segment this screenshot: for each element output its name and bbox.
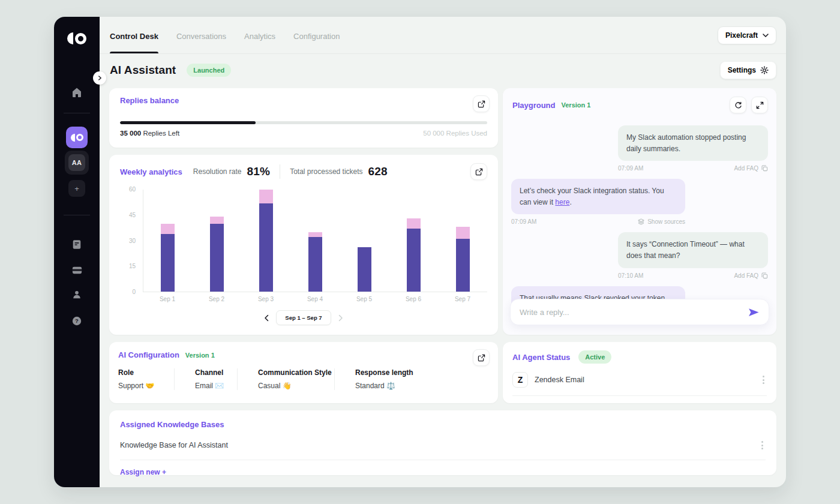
tab-analytics[interactable]: Analytics	[244, 17, 275, 53]
sidebar-divider	[64, 215, 90, 215]
external-link-icon	[478, 354, 485, 362]
expand-icon	[756, 101, 764, 109]
config-open-button[interactable]	[473, 349, 490, 366]
message-bubble: My Slack automation stopped posting dail…	[618, 125, 768, 161]
sidebar-item-help[interactable]: ?	[66, 310, 88, 332]
add-faq-button[interactable]: Add FAQ	[734, 272, 768, 279]
restart-chat-button[interactable]	[730, 97, 746, 113]
expand-playground-button[interactable]	[751, 97, 768, 113]
message-text: Let’s check your Slack integration statu…	[520, 187, 664, 206]
add-faq-icon	[761, 165, 768, 172]
tab-configuration[interactable]: Configuration	[293, 17, 340, 53]
y-tick-label: 15	[129, 263, 136, 269]
config-field-label: Channel	[195, 368, 237, 377]
config-field-communication-style: Communication StyleCasual 👋	[237, 368, 334, 390]
prev-week-button[interactable]	[264, 314, 269, 322]
resolution-rate-value: 81%	[247, 165, 271, 178]
next-week-button[interactable]	[338, 314, 343, 322]
weekly-analytics-card: Weekly analytics Resolution rate 81% Tot…	[109, 155, 498, 335]
page-header: AI Assistant Launched Settings	[100, 54, 786, 88]
message-text: .	[569, 198, 571, 206]
sidebar-expand-button[interactable]	[93, 71, 106, 85]
layers-icon	[638, 218, 644, 225]
show-sources-button[interactable]: Show sources	[638, 218, 685, 225]
sidebar-item-assistant-aa[interactable]: AA	[65, 151, 89, 175]
kebab-menu-icon[interactable]	[759, 439, 766, 452]
reply-input[interactable]	[520, 308, 748, 317]
sidebar-item-docs[interactable]	[66, 233, 88, 255]
x-tick-label: Sep 7	[438, 296, 487, 302]
sidebar: AA + ?	[54, 17, 100, 487]
x-tick-label: Sep 6	[389, 296, 438, 302]
config-field-label: Role	[118, 368, 174, 377]
send-icon	[748, 308, 760, 317]
y-tick-label: 30	[129, 238, 136, 244]
chart-pagination: Sep 1 – Sep 7	[120, 310, 487, 325]
settings-button[interactable]: Settings	[720, 61, 776, 79]
replies-used-label: 50 000 Replies Used	[423, 130, 487, 137]
ai-agent-status-title: AI Agent Status	[512, 353, 570, 362]
sidebar-item-account[interactable]	[66, 284, 88, 305]
weekly-analytics-title: Weekly analytics	[120, 167, 182, 176]
chart-bar-sep-1	[143, 190, 193, 292]
chart-x-labels: Sep 1Sep 2Sep 3Sep 4Sep 5Sep 6Sep 7	[143, 296, 487, 302]
chart-bars	[143, 190, 487, 292]
knowledge-base-name: Knowledge Base for AI Assistant	[120, 441, 228, 449]
playground-card: Playground Version 1	[503, 88, 776, 335]
message-bubble: Let’s check your Slack integration statu…	[511, 179, 685, 214]
replies-balance-title: Replies balance	[120, 96, 487, 105]
workspace-switcher[interactable]: Pixelcraft	[718, 26, 776, 44]
sidebar-item-home[interactable]	[66, 82, 88, 103]
kebab-menu-icon[interactable]	[760, 373, 767, 386]
weekly-open-button[interactable]	[470, 163, 487, 180]
app-window: AA + ? Control DeskConversationsA	[54, 17, 786, 487]
replies-open-button[interactable]	[473, 95, 490, 112]
tab-control-desk[interactable]: Control Desk	[110, 17, 158, 53]
tab-conversations[interactable]: Conversations	[176, 17, 226, 53]
date-range-button[interactable]: Sep 1 – Sep 7	[276, 310, 331, 325]
active-status-badge: Active	[578, 350, 611, 364]
tickets-value: 628	[368, 165, 388, 178]
chart-bar-sep-4	[291, 190, 340, 292]
x-tick-label: Sep 4	[290, 296, 340, 302]
y-tick-label: 45	[129, 212, 136, 218]
config-version-label: Version 1	[185, 352, 215, 359]
chart-bar-sep-6	[389, 190, 438, 292]
here-link[interactable]: here	[555, 198, 569, 206]
replies-left-label: 35 000 Replies Left	[120, 130, 179, 137]
ai-configuration-card: AI Configuration Version 1 RoleSupport 🤝…	[109, 342, 498, 403]
sidebar-item-billing[interactable]	[66, 259, 88, 281]
config-field-value: Standard ⚖️	[355, 382, 489, 390]
topnav-tabs: Control DeskConversationsAnalyticsConfig…	[110, 17, 340, 53]
chart-plot	[143, 190, 487, 292]
app-logo-icon	[67, 32, 86, 44]
send-button[interactable]	[748, 308, 760, 317]
replies-left-value: 35 000	[120, 130, 141, 137]
settings-label: Settings	[728, 66, 756, 74]
y-tick-label: 60	[129, 186, 136, 193]
person-icon	[71, 289, 82, 300]
chat-messages: My Slack automation stopped posting dail…	[503, 113, 776, 322]
add-faq-label: Add FAQ	[734, 165, 758, 172]
gear-icon	[760, 66, 769, 74]
sidebar-add-assistant-button[interactable]: +	[68, 180, 85, 197]
add-faq-icon	[761, 272, 768, 279]
page-title: AI Assistant	[110, 64, 176, 77]
add-faq-button[interactable]: Add FAQ	[734, 165, 768, 172]
external-link-icon	[475, 168, 483, 176]
chart-bar-sep-5	[340, 190, 389, 292]
sidebar-item-assistant-active[interactable]	[66, 127, 88, 148]
playground-title: Playground	[512, 101, 556, 110]
stat-divider	[280, 164, 280, 179]
assistant-logo-icon	[71, 134, 83, 142]
message-timestamp: 07:09 AM	[511, 218, 536, 225]
chart-y-axis: 015304560	[121, 190, 138, 292]
reply-input-container	[510, 299, 769, 325]
y-tick-label: 0	[132, 289, 136, 295]
resolution-rate-label: Resolution rate	[193, 167, 242, 176]
refresh-icon	[734, 101, 742, 109]
chat-message-assistant: Let’s check your Slack integration statu…	[511, 179, 685, 225]
x-tick-label: Sep 3	[241, 296, 290, 302]
tickets-label: Total processed tickets	[290, 167, 362, 176]
assign-new-button[interactable]: Assign new +	[120, 468, 166, 476]
